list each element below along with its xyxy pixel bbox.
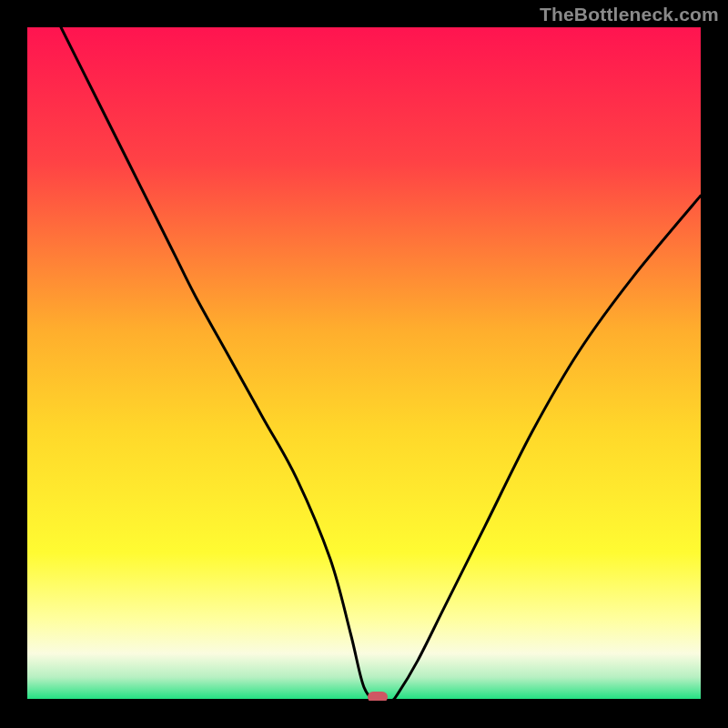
bottleneck-curve xyxy=(27,27,701,701)
watermark-text: TheBottleneck.com xyxy=(540,4,719,25)
plot-area xyxy=(27,27,701,701)
chart-frame: TheBottleneck.com xyxy=(0,0,728,728)
optimal-point-marker xyxy=(368,692,388,701)
